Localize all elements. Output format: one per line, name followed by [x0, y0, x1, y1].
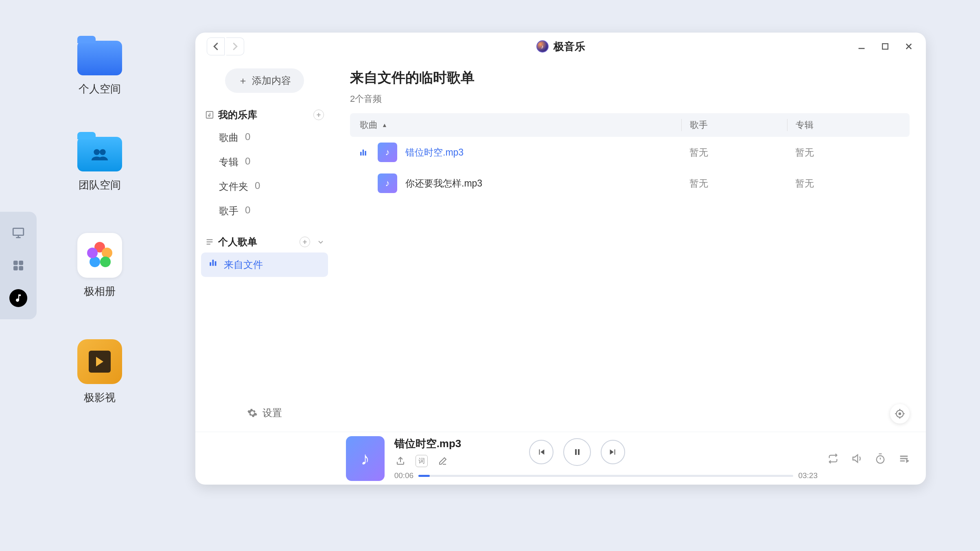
sidebar-item-artists[interactable]: 歌手 0	[203, 199, 326, 223]
desktop-icon-team-space[interactable]: 团队空间	[77, 137, 122, 192]
photos-app-icon	[77, 233, 122, 278]
svg-rect-10	[212, 260, 214, 266]
repeat-button[interactable]	[827, 453, 839, 464]
svg-rect-0	[13, 228, 24, 235]
sidebar-item-label: 歌手	[219, 204, 238, 217]
edit-button[interactable]	[437, 455, 449, 467]
plus-icon: ＋	[238, 74, 248, 87]
sidebar-item-label: 专辑	[219, 156, 238, 169]
library-section-label: 我的乐库	[218, 108, 257, 121]
svg-point-16	[899, 413, 901, 415]
sidebar-item-count: 0	[245, 204, 250, 217]
previous-track-button[interactable]	[529, 440, 553, 464]
player-bar: ♪ 错位时空.mp3 词 00:06 03:23	[195, 432, 926, 485]
sidebar-item-folders[interactable]: 文件夹 0	[203, 174, 326, 199]
nav-forward-button[interactable]	[226, 37, 244, 55]
sidebar-item-label: 文件夹	[219, 180, 248, 193]
column-header-song[interactable]: 歌曲 ▲	[360, 119, 681, 131]
next-track-button[interactable]	[601, 440, 625, 464]
content-title: 来自文件的临时歌单	[350, 68, 910, 87]
track-name: 你还要我怎样.mp3	[405, 177, 482, 190]
track-artist: 暂无	[681, 177, 787, 190]
time-total: 03:23	[798, 471, 818, 480]
titlebar: 极音乐	[195, 33, 926, 60]
track-table-header: 歌曲 ▲ 歌手 专辑	[350, 113, 910, 137]
library-section-header[interactable]: 我的乐库 +	[203, 104, 326, 125]
window-controls	[856, 41, 914, 52]
sidebar-item-count: 0	[245, 156, 250, 169]
nav-buttons	[207, 37, 244, 55]
add-content-button[interactable]: ＋ 添加内容	[225, 68, 304, 93]
svg-rect-7	[882, 44, 888, 49]
now-playing-art[interactable]: ♪	[346, 436, 385, 481]
column-header-artist[interactable]: 歌手	[681, 119, 787, 131]
svg-rect-1	[13, 261, 18, 265]
playlist-section: 个人歌单 + 来自文件	[195, 231, 334, 277]
sidebar-item-songs[interactable]: 歌曲 0	[203, 125, 326, 150]
sidebar: ＋ 添加内容 我的乐库 + 歌曲 0 专辑 0	[195, 60, 334, 432]
folder-icon	[77, 41, 122, 75]
desktop-icon-label: 极相册	[84, 284, 116, 299]
taskbar-monitor-icon[interactable]	[9, 224, 27, 242]
equalizer-icon	[209, 258, 217, 271]
sidebar-item-label: 歌曲	[219, 131, 238, 144]
svg-rect-12	[360, 152, 361, 156]
nav-back-button[interactable]	[207, 37, 225, 55]
volume-button[interactable]	[851, 453, 862, 464]
queue-button[interactable]	[898, 453, 910, 464]
app-title: 极音乐	[553, 40, 585, 54]
track-row[interactable]: ♪ 你还要我怎样.mp3 暂无 暂无	[350, 168, 910, 199]
desktop-icon-label: 个人空间	[79, 82, 121, 96]
track-art-icon: ♪	[378, 143, 397, 162]
maximize-button[interactable]	[879, 41, 891, 52]
desktop-icon-personal-space[interactable]: 个人空间	[77, 41, 122, 96]
playlist-section-header[interactable]: 个人歌单 +	[203, 231, 326, 252]
lyrics-button[interactable]: 词	[416, 455, 428, 467]
track-album: 暂无	[787, 146, 900, 159]
library-section: 我的乐库 + 歌曲 0 专辑 0 文件夹 0 歌手 0	[195, 104, 334, 223]
desktop-icon-photos[interactable]: 极相册	[77, 233, 122, 299]
sidebar-item-label: 来自文件	[224, 258, 263, 271]
sidebar-item-count: 0	[255, 180, 260, 193]
svg-rect-2	[19, 261, 23, 265]
column-header-album[interactable]: 专辑	[787, 119, 900, 131]
content-subtitle: 2个音频	[350, 93, 910, 105]
gear-icon	[247, 408, 258, 418]
sidebar-item-from-files[interactable]: 来自文件	[201, 252, 328, 277]
svg-rect-9	[210, 262, 211, 266]
sidebar-item-count: 0	[245, 131, 250, 144]
progress-bar[interactable]	[418, 475, 793, 477]
progress-row: 00:06 03:23	[394, 471, 818, 480]
track-name: 错位时空.mp3	[405, 146, 464, 159]
svg-rect-18	[578, 449, 580, 455]
title-center: 极音乐	[536, 40, 585, 54]
player-right-controls	[827, 453, 910, 464]
play-pause-button[interactable]	[563, 438, 591, 466]
share-button[interactable]	[394, 455, 407, 467]
timer-button[interactable]	[875, 453, 886, 464]
minimize-button[interactable]	[856, 41, 867, 52]
now-playing-indicator-icon	[360, 149, 370, 156]
svg-rect-17	[575, 449, 577, 455]
add-playlist-button[interactable]: +	[300, 237, 310, 247]
desktop-icon-label: 极影视	[84, 391, 116, 405]
locate-track-button[interactable]	[890, 404, 910, 424]
close-button[interactable]	[903, 41, 914, 52]
svg-rect-11	[215, 261, 217, 266]
track-art-icon: ♪	[378, 173, 397, 193]
add-to-library-button[interactable]: +	[313, 110, 324, 120]
folder-team-icon	[77, 137, 122, 171]
app-body: ＋ 添加内容 我的乐库 + 歌曲 0 专辑 0	[195, 60, 926, 432]
svg-rect-14	[365, 151, 366, 156]
desktop-icon-videos[interactable]: 极影视	[77, 339, 122, 405]
chevron-down-icon[interactable]	[317, 239, 324, 245]
taskbar-music-app-icon[interactable]	[9, 289, 27, 307]
sidebar-item-albums[interactable]: 专辑 0	[203, 150, 326, 174]
track-row[interactable]: ♪ 错位时空.mp3 暂无 暂无	[350, 137, 910, 168]
time-elapsed: 00:06	[394, 471, 414, 480]
settings-button[interactable]: 设置	[195, 394, 334, 432]
playlist-section-label: 个人歌单	[218, 235, 257, 248]
taskbar-grid-icon[interactable]	[9, 257, 27, 274]
video-app-icon	[77, 339, 122, 384]
progress-fill	[418, 475, 430, 477]
